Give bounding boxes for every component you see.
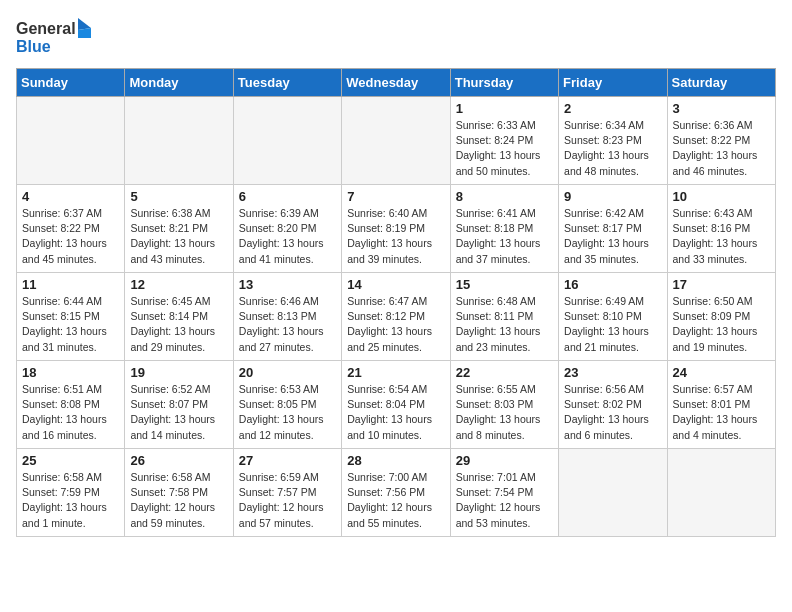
day-info: Sunrise: 6:44 AM Sunset: 8:15 PM Dayligh…	[22, 294, 119, 355]
day-number: 24	[673, 365, 770, 380]
day-info: Sunrise: 6:38 AM Sunset: 8:21 PM Dayligh…	[130, 206, 227, 267]
calendar-cell: 20Sunrise: 6:53 AM Sunset: 8:05 PM Dayli…	[233, 361, 341, 449]
calendar-cell: 12Sunrise: 6:45 AM Sunset: 8:14 PM Dayli…	[125, 273, 233, 361]
calendar-cell: 15Sunrise: 6:48 AM Sunset: 8:11 PM Dayli…	[450, 273, 558, 361]
day-info: Sunrise: 6:59 AM Sunset: 7:57 PM Dayligh…	[239, 470, 336, 531]
day-info: Sunrise: 6:57 AM Sunset: 8:01 PM Dayligh…	[673, 382, 770, 443]
day-info: Sunrise: 6:58 AM Sunset: 7:58 PM Dayligh…	[130, 470, 227, 531]
day-number: 8	[456, 189, 553, 204]
calendar-cell: 17Sunrise: 6:50 AM Sunset: 8:09 PM Dayli…	[667, 273, 775, 361]
calendar-cell: 25Sunrise: 6:58 AM Sunset: 7:59 PM Dayli…	[17, 449, 125, 537]
day-number: 14	[347, 277, 444, 292]
calendar-cell: 5Sunrise: 6:38 AM Sunset: 8:21 PM Daylig…	[125, 185, 233, 273]
calendar-cell: 29Sunrise: 7:01 AM Sunset: 7:54 PM Dayli…	[450, 449, 558, 537]
weekday-header-wednesday: Wednesday	[342, 69, 450, 97]
day-number: 17	[673, 277, 770, 292]
calendar-cell: 16Sunrise: 6:49 AM Sunset: 8:10 PM Dayli…	[559, 273, 667, 361]
svg-text:General: General	[16, 20, 76, 37]
day-number: 9	[564, 189, 661, 204]
calendar-week-row: 1Sunrise: 6:33 AM Sunset: 8:24 PM Daylig…	[17, 97, 776, 185]
day-info: Sunrise: 6:56 AM Sunset: 8:02 PM Dayligh…	[564, 382, 661, 443]
day-number: 15	[456, 277, 553, 292]
calendar-cell	[17, 97, 125, 185]
day-info: Sunrise: 6:33 AM Sunset: 8:24 PM Dayligh…	[456, 118, 553, 179]
calendar-cell	[559, 449, 667, 537]
weekday-header-friday: Friday	[559, 69, 667, 97]
day-number: 3	[673, 101, 770, 116]
calendar-cell	[342, 97, 450, 185]
day-number: 11	[22, 277, 119, 292]
day-info: Sunrise: 6:36 AM Sunset: 8:22 PM Dayligh…	[673, 118, 770, 179]
day-info: Sunrise: 6:48 AM Sunset: 8:11 PM Dayligh…	[456, 294, 553, 355]
generalblue-logo-icon: GeneralBlue	[16, 16, 96, 56]
calendar-cell: 22Sunrise: 6:55 AM Sunset: 8:03 PM Dayli…	[450, 361, 558, 449]
day-number: 5	[130, 189, 227, 204]
calendar-cell: 11Sunrise: 6:44 AM Sunset: 8:15 PM Dayli…	[17, 273, 125, 361]
calendar-cell: 1Sunrise: 6:33 AM Sunset: 8:24 PM Daylig…	[450, 97, 558, 185]
weekday-header-tuesday: Tuesday	[233, 69, 341, 97]
day-number: 20	[239, 365, 336, 380]
day-number: 6	[239, 189, 336, 204]
svg-text:Blue: Blue	[16, 38, 51, 55]
calendar-cell: 13Sunrise: 6:46 AM Sunset: 8:13 PM Dayli…	[233, 273, 341, 361]
day-info: Sunrise: 6:58 AM Sunset: 7:59 PM Dayligh…	[22, 470, 119, 531]
calendar-week-row: 18Sunrise: 6:51 AM Sunset: 8:08 PM Dayli…	[17, 361, 776, 449]
day-info: Sunrise: 6:49 AM Sunset: 8:10 PM Dayligh…	[564, 294, 661, 355]
day-info: Sunrise: 6:47 AM Sunset: 8:12 PM Dayligh…	[347, 294, 444, 355]
calendar-cell: 9Sunrise: 6:42 AM Sunset: 8:17 PM Daylig…	[559, 185, 667, 273]
day-number: 19	[130, 365, 227, 380]
calendar-table: SundayMondayTuesdayWednesdayThursdayFrid…	[16, 68, 776, 537]
day-info: Sunrise: 6:52 AM Sunset: 8:07 PM Dayligh…	[130, 382, 227, 443]
day-number: 12	[130, 277, 227, 292]
calendar-cell: 21Sunrise: 6:54 AM Sunset: 8:04 PM Dayli…	[342, 361, 450, 449]
day-info: Sunrise: 7:00 AM Sunset: 7:56 PM Dayligh…	[347, 470, 444, 531]
calendar-cell	[667, 449, 775, 537]
day-info: Sunrise: 6:46 AM Sunset: 8:13 PM Dayligh…	[239, 294, 336, 355]
day-info: Sunrise: 6:55 AM Sunset: 8:03 PM Dayligh…	[456, 382, 553, 443]
day-number: 26	[130, 453, 227, 468]
calendar-cell: 19Sunrise: 6:52 AM Sunset: 8:07 PM Dayli…	[125, 361, 233, 449]
day-number: 4	[22, 189, 119, 204]
calendar-cell: 7Sunrise: 6:40 AM Sunset: 8:19 PM Daylig…	[342, 185, 450, 273]
day-info: Sunrise: 6:51 AM Sunset: 8:08 PM Dayligh…	[22, 382, 119, 443]
day-info: Sunrise: 6:40 AM Sunset: 8:19 PM Dayligh…	[347, 206, 444, 267]
day-number: 18	[22, 365, 119, 380]
weekday-header-sunday: Sunday	[17, 69, 125, 97]
calendar-cell: 18Sunrise: 6:51 AM Sunset: 8:08 PM Dayli…	[17, 361, 125, 449]
calendar-cell: 10Sunrise: 6:43 AM Sunset: 8:16 PM Dayli…	[667, 185, 775, 273]
weekday-header-monday: Monday	[125, 69, 233, 97]
header: GeneralBlue	[16, 16, 776, 56]
day-info: Sunrise: 6:53 AM Sunset: 8:05 PM Dayligh…	[239, 382, 336, 443]
day-info: Sunrise: 6:34 AM Sunset: 8:23 PM Dayligh…	[564, 118, 661, 179]
weekday-header-thursday: Thursday	[450, 69, 558, 97]
calendar-cell	[125, 97, 233, 185]
logo: GeneralBlue	[16, 16, 96, 56]
day-number: 27	[239, 453, 336, 468]
calendar-cell: 28Sunrise: 7:00 AM Sunset: 7:56 PM Dayli…	[342, 449, 450, 537]
day-number: 13	[239, 277, 336, 292]
calendar-week-row: 4Sunrise: 6:37 AM Sunset: 8:22 PM Daylig…	[17, 185, 776, 273]
day-info: Sunrise: 6:39 AM Sunset: 8:20 PM Dayligh…	[239, 206, 336, 267]
day-number: 1	[456, 101, 553, 116]
day-number: 28	[347, 453, 444, 468]
calendar-week-row: 25Sunrise: 6:58 AM Sunset: 7:59 PM Dayli…	[17, 449, 776, 537]
svg-marker-1	[78, 18, 91, 30]
day-info: Sunrise: 6:37 AM Sunset: 8:22 PM Dayligh…	[22, 206, 119, 267]
calendar-cell: 8Sunrise: 6:41 AM Sunset: 8:18 PM Daylig…	[450, 185, 558, 273]
day-number: 16	[564, 277, 661, 292]
calendar-cell: 14Sunrise: 6:47 AM Sunset: 8:12 PM Dayli…	[342, 273, 450, 361]
day-number: 29	[456, 453, 553, 468]
day-number: 2	[564, 101, 661, 116]
day-number: 7	[347, 189, 444, 204]
calendar-cell: 24Sunrise: 6:57 AM Sunset: 8:01 PM Dayli…	[667, 361, 775, 449]
day-number: 10	[673, 189, 770, 204]
day-info: Sunrise: 6:43 AM Sunset: 8:16 PM Dayligh…	[673, 206, 770, 267]
day-info: Sunrise: 6:42 AM Sunset: 8:17 PM Dayligh…	[564, 206, 661, 267]
calendar-header-row: SundayMondayTuesdayWednesdayThursdayFrid…	[17, 69, 776, 97]
calendar-cell: 26Sunrise: 6:58 AM Sunset: 7:58 PM Dayli…	[125, 449, 233, 537]
calendar-cell	[233, 97, 341, 185]
calendar-cell: 27Sunrise: 6:59 AM Sunset: 7:57 PM Dayli…	[233, 449, 341, 537]
day-number: 25	[22, 453, 119, 468]
day-info: Sunrise: 6:45 AM Sunset: 8:14 PM Dayligh…	[130, 294, 227, 355]
calendar-cell: 2Sunrise: 6:34 AM Sunset: 8:23 PM Daylig…	[559, 97, 667, 185]
